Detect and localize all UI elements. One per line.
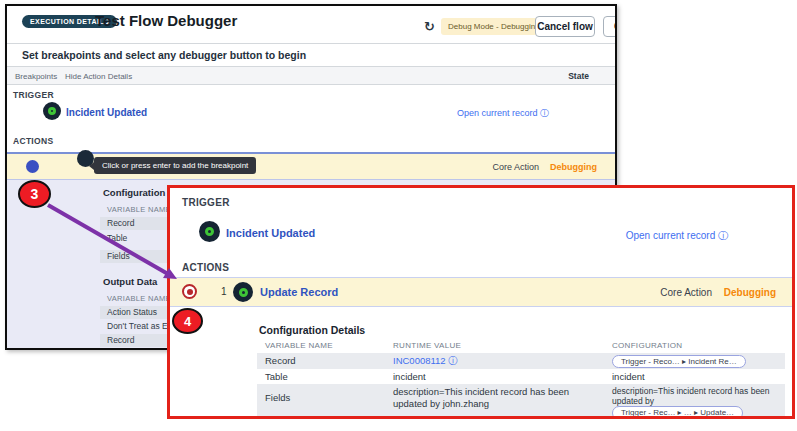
- tooltip-arrow: [89, 162, 94, 170]
- callout-step-3: 3: [18, 180, 51, 208]
- inset-open-current-record-label: Open current record: [626, 230, 716, 241]
- debug-mode-label: Debug Mode - Debugging: [448, 22, 540, 31]
- record-runtime-cell: INC0008112 ⓘ: [385, 353, 604, 370]
- record-number-link[interactable]: INC0008112: [393, 355, 446, 366]
- trigger-icon: [43, 102, 61, 120]
- inset-config-table: VARIABLE NAME RUNTIME VALUE CONFIGURATIO…: [257, 339, 785, 417]
- inset-info-icon: ⓘ: [718, 230, 728, 241]
- record-config-pill[interactable]: Trigger - Reco… ▸ Incident Re…: [612, 355, 746, 368]
- inset-action-icon-ring: [239, 288, 248, 297]
- trigger-icon-ring: [48, 107, 56, 115]
- inset-breakpoint-dot: [187, 289, 193, 295]
- fields-variable-cell: Fields: [257, 384, 385, 405]
- inset-table-header-row: VARIABLE NAME RUNTIME VALUE CONFIGURATIO…: [257, 339, 785, 353]
- tooltip-text: Click or press enter to add the breakpoi…: [102, 161, 248, 170]
- inset-header-variable: VARIABLE NAME: [257, 339, 385, 353]
- record-config-cell: Trigger - Reco… ▸ Incident Re…: [604, 353, 785, 370]
- inset-action-type-label: Core Action: [660, 287, 712, 298]
- inset-actions-section-label: ACTIONS: [182, 262, 229, 273]
- output-data-title: Output Data: [103, 276, 157, 287]
- header-divider: [7, 43, 615, 44]
- state-column-header: State: [568, 71, 589, 81]
- inset-config-details-title: Configuration Details: [259, 324, 365, 336]
- inset-action-icon: [233, 282, 253, 302]
- page-title: Test Flow Debugger: [95, 12, 237, 29]
- info-icon: ⓘ: [540, 108, 549, 118]
- fields-config-text: description=This incident record has bee…: [612, 386, 770, 406]
- actions-section-label: ACTIONS: [13, 136, 53, 146]
- inset-action-index: 1: [221, 286, 227, 297]
- table-runtime-cell: incident: [385, 369, 604, 384]
- instruction-text: Set breakpoints and select any debugger …: [22, 49, 306, 61]
- inset-open-current-record-link[interactable]: Open current record ⓘ: [626, 229, 728, 243]
- fields-config-pill[interactable]: Trigger - Rec… ▸ … ▸ Update…: [612, 406, 743, 419]
- inset-header-runtime: RUNTIME VALUE: [385, 339, 604, 353]
- cancel-flow-button[interactable]: Cancel flow: [535, 16, 595, 37]
- table-config-cell: incident: [604, 369, 785, 384]
- breakpoint-add-dot[interactable]: [26, 160, 39, 173]
- variable-name-header: VARIABLE NAME: [107, 205, 171, 214]
- inset-trigger-icon-ring: [205, 227, 214, 236]
- partial-open-button[interactable]: O: [603, 16, 617, 37]
- action-row-highlighted[interactable]: Click or press enter to add the breakpoi…: [7, 152, 615, 180]
- action-type-label: Core Action: [492, 162, 539, 172]
- record-info-icon[interactable]: ⓘ: [448, 355, 458, 366]
- action-state-badge: Debugging: [550, 162, 597, 172]
- inset-trigger-icon: [199, 221, 220, 242]
- open-current-record-label: Open current record: [457, 108, 538, 118]
- trigger-section-label: TRIGGER: [13, 90, 54, 100]
- table-row-fields[interactable]: Fields description=This incident record …: [257, 384, 785, 417]
- callout-step-4: 4: [172, 308, 203, 334]
- breakpoint-tooltip: Click or press enter to add the breakpoi…: [94, 157, 256, 174]
- inset-trigger-section-label: TRIGGER: [182, 197, 230, 208]
- table-variable-cell: Table: [257, 369, 385, 384]
- refresh-icon[interactable]: ↻: [424, 19, 435, 34]
- inset-action-row[interactable]: 1 Update Record Core Action Debugging: [170, 277, 792, 307]
- inset-action-state-badge: Debugging: [724, 287, 776, 298]
- inset-action-name-link[interactable]: Update Record: [260, 286, 338, 298]
- tab-breakpoints[interactable]: Breakpoints: [15, 72, 57, 81]
- zoom-inset-overlay: TRIGGER Incident Updated Open current re…: [167, 185, 795, 419]
- inset-trigger-name-link[interactable]: Incident Updated: [226, 227, 315, 239]
- inset-header-configuration: CONFIGURATION: [604, 339, 785, 353]
- record-variable-cell: Record: [257, 353, 385, 368]
- trigger-name-link[interactable]: Incident Updated: [66, 107, 147, 118]
- table-row-record[interactable]: Record INC0008112 ⓘ Trigger - Reco… ▸ In…: [257, 353, 785, 369]
- fields-config-cell: description=This incident record has bee…: [604, 384, 785, 419]
- table-row-table[interactable]: Table incident incident: [257, 369, 785, 384]
- open-current-record-link[interactable]: Open current record ⓘ: [457, 107, 549, 120]
- inset-breakpoint-icon[interactable]: [182, 284, 197, 299]
- output-variable-name-header: VARIABLE NAME: [107, 294, 171, 303]
- fields-runtime-cell: description=This incident record has bee…: [385, 384, 604, 412]
- tab-hide-action-details[interactable]: Hide Action Details: [65, 72, 132, 81]
- debugger-toolbar: Breakpoints Hide Action Details State: [7, 67, 615, 85]
